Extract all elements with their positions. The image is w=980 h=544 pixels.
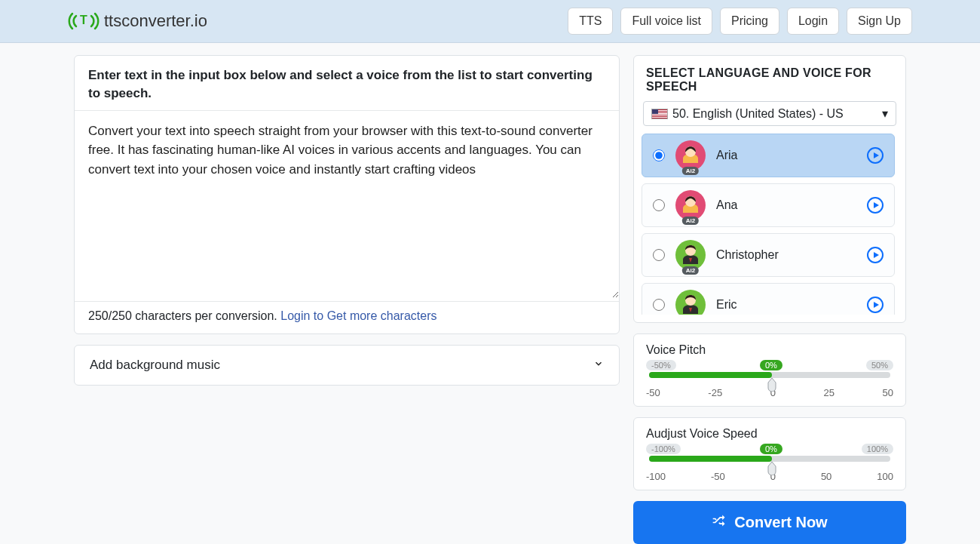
- play-preview-icon[interactable]: [867, 197, 884, 214]
- voice-name-label: Ana: [716, 198, 856, 212]
- voice-pitch-title: Voice Pitch: [646, 343, 893, 357]
- voice-option-ana[interactable]: Ai2 Ana: [642, 183, 895, 227]
- voice-avatar-icon: Ai2: [675, 290, 706, 315]
- tick-label: -50: [646, 387, 660, 398]
- tick-label: 25: [823, 387, 834, 398]
- voice-radio[interactable]: [653, 199, 665, 211]
- voice-radio[interactable]: [653, 249, 665, 261]
- text-input[interactable]: [75, 111, 619, 298]
- tick-label: 100: [877, 471, 893, 482]
- voice-option-christopher[interactable]: Ai2 Christopher: [642, 233, 895, 277]
- voice-avatar-icon: Ai2: [675, 140, 706, 171]
- voice-option-eric[interactable]: Ai2 Eric: [642, 283, 895, 315]
- tick-label: -100: [646, 471, 666, 482]
- topbar: T ttsconverter.io TTS Full voice list Pr…: [0, 0, 980, 43]
- speed-slider-track[interactable]: [649, 456, 890, 462]
- tick-label: 50: [821, 471, 831, 482]
- add-bg-music[interactable]: Add background music: [74, 345, 620, 386]
- pitch-slider-fill: [649, 372, 772, 378]
- char-counter: 250/250 characters per conversion. Login…: [75, 301, 619, 333]
- language-selected: 50. English (United States) - US: [672, 107, 844, 121]
- speed-center-mark: 0%: [760, 444, 782, 454]
- voice-name-label: Aria: [716, 149, 856, 162]
- voice-list[interactable]: Ai2 Aria Ai2 Ana Ai2 Christopher Ai2 Eri…: [642, 134, 902, 315]
- voice-speed-title: Audjust Voice Speed: [646, 427, 893, 441]
- shuffle-icon: [712, 513, 727, 532]
- brand[interactable]: T ttsconverter.io: [68, 9, 207, 33]
- voice-speed-card: Audjust Voice Speed -100% 0% 100% -100-5…: [633, 417, 906, 490]
- nav-full-voice-list[interactable]: Full voice list: [620, 8, 712, 35]
- nav-login[interactable]: Login: [787, 8, 839, 35]
- speed-slider-fill: [649, 456, 772, 462]
- nav-pricing[interactable]: Pricing: [720, 8, 779, 35]
- play-preview-icon[interactable]: [867, 297, 884, 313]
- brand-logo-icon: T: [68, 9, 100, 33]
- tick-label: -50: [711, 471, 725, 482]
- dropdown-caret-icon: ▾: [882, 106, 888, 121]
- chevron-down-icon: [593, 358, 604, 373]
- nav-signup[interactable]: Sign Up: [847, 8, 912, 35]
- voice-avatar-icon: Ai2: [675, 240, 706, 270]
- convert-now-button[interactable]: Convert Now: [633, 501, 906, 544]
- brand-name: ttsconverter.io: [104, 11, 207, 31]
- pitch-max-mark: 50%: [866, 360, 893, 370]
- nav: TTS Full voice list Pricing Login Sign U…: [568, 8, 912, 35]
- voice-avatar-icon: Ai2: [675, 190, 706, 220]
- voice-radio[interactable]: [653, 299, 665, 311]
- login-more-chars-link[interactable]: Login to Get more characters: [280, 309, 436, 322]
- play-preview-icon[interactable]: [867, 147, 884, 164]
- voice-pitch-card: Voice Pitch -50% 0% 50% -50-2502550: [633, 333, 906, 407]
- voice-panel-title: SELECT LANGUAGE AND VOICE FOR SPEECH: [634, 56, 905, 101]
- voice-radio[interactable]: [653, 149, 665, 161]
- convert-button-label: Convert Now: [734, 514, 827, 531]
- voice-name-label: Eric: [716, 298, 856, 312]
- text-input-card: Enter text in the input box below and se…: [74, 55, 620, 334]
- tick-label: 50: [882, 387, 893, 398]
- tick-label: -25: [708, 387, 722, 398]
- voice-panel: SELECT LANGUAGE AND VOICE FOR SPEECH 50.…: [633, 55, 906, 323]
- pitch-slider-track[interactable]: [649, 372, 890, 378]
- page: Enter text in the input box below and se…: [68, 55, 912, 544]
- pitch-center-mark: 0%: [760, 360, 782, 370]
- char-counter-text: 250/250 characters per conversion.: [88, 309, 280, 322]
- language-select[interactable]: 50. English (United States) - US ▾: [643, 101, 896, 126]
- voice-name-label: Christopher: [716, 248, 856, 262]
- pitch-slider-thumb[interactable]: [767, 378, 777, 395]
- nav-tts[interactable]: TTS: [568, 8, 613, 35]
- right-column: SELECT LANGUAGE AND VOICE FOR SPEECH 50.…: [633, 55, 906, 544]
- svg-text:T: T: [80, 14, 87, 26]
- speed-slider-thumb[interactable]: [767, 462, 777, 478]
- pitch-min-mark: -50%: [646, 360, 676, 370]
- bg-music-label: Add background music: [90, 358, 220, 373]
- voice-option-aria[interactable]: Ai2 Aria: [642, 134, 895, 177]
- flag-us-icon: [651, 109, 668, 119]
- speed-min-mark: -100%: [646, 444, 681, 454]
- instruction-text: Enter text in the input box below and se…: [75, 56, 619, 111]
- left-column: Enter text in the input box below and se…: [74, 55, 620, 544]
- play-preview-icon[interactable]: [867, 247, 884, 263]
- speed-max-mark: 100%: [862, 444, 893, 454]
